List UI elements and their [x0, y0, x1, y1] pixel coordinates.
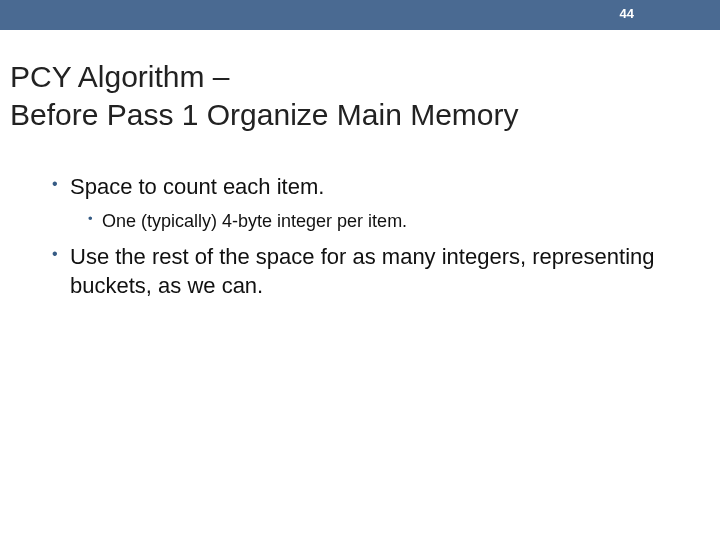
- slide-header-bar: 44: [0, 0, 720, 30]
- slide-title: PCY Algorithm – Before Pass 1 Organize M…: [10, 58, 720, 133]
- slide-number: 44: [620, 6, 634, 21]
- sub-bullet-item: One (typically) 4-byte integer per item.: [88, 210, 720, 233]
- bullet-item: Use the rest of the space for as many in…: [52, 243, 720, 300]
- bullet-item: Space to count each item. One (typically…: [52, 173, 720, 233]
- bullet-text: Use the rest of the space for as many in…: [70, 243, 670, 300]
- slide-title-line1: PCY Algorithm –: [10, 60, 230, 93]
- slide-body: Space to count each item. One (typically…: [52, 173, 720, 300]
- bullet-text: Space to count each item.: [70, 173, 670, 202]
- sub-bullet-text: One (typically) 4-byte integer per item.: [102, 211, 407, 231]
- slide-title-line2: Before Pass 1 Organize Main Memory: [10, 98, 519, 131]
